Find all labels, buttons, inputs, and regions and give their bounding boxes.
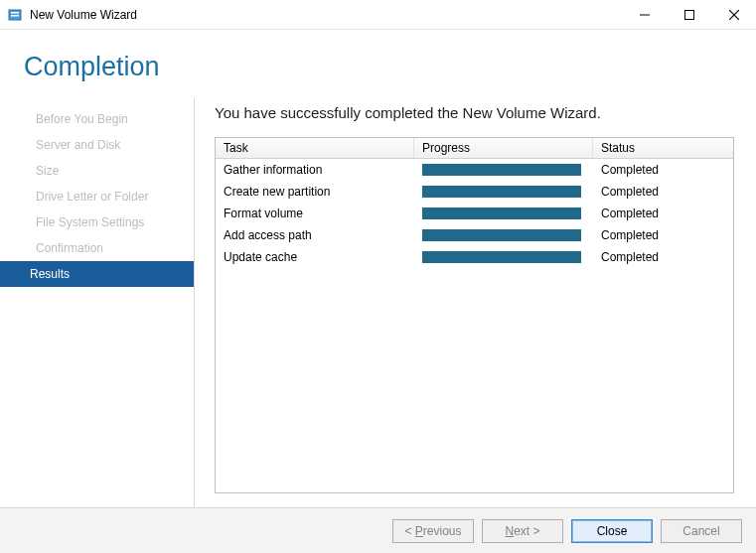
close-button[interactable]	[711, 0, 756, 29]
task-progress	[414, 226, 593, 244]
cancel-button[interactable]: Cancel	[661, 519, 742, 543]
progress-bar	[422, 164, 581, 176]
task-rows: Gather informationCompletedCreate new pa…	[216, 159, 733, 492]
completion-message: You have successfully completed the New …	[215, 104, 734, 121]
progress-bar	[422, 207, 581, 219]
wizard-step-results: Results	[0, 261, 194, 287]
previous-button: < Previous	[392, 519, 474, 543]
body-area: Before You BeginServer and DiskSizeDrive…	[0, 98, 756, 507]
task-status: Completed	[593, 205, 733, 222]
task-row[interactable]: Update cacheCompleted	[216, 246, 733, 268]
progress-bar	[422, 186, 581, 198]
wizard-step-confirmation: Confirmation	[0, 235, 194, 261]
previous-mnemonic: P	[415, 524, 423, 538]
titlebar: New Volume Wizard	[0, 0, 756, 30]
maximize-button[interactable]	[667, 0, 711, 29]
svg-rect-1	[11, 12, 19, 14]
task-row[interactable]: Gather informationCompleted	[216, 159, 733, 181]
page-heading: Completion	[0, 30, 756, 98]
minimize-button[interactable]	[622, 0, 667, 29]
previous-label-rest: revious	[423, 524, 462, 538]
task-progress	[414, 205, 593, 222]
task-name: Create new partition	[216, 183, 414, 201]
next-mnemonic: N	[505, 524, 514, 538]
task-name: Gather information	[216, 161, 414, 179]
task-progress	[414, 248, 593, 266]
wizard-step-drive-letter-or-folder: Drive Letter or Folder	[0, 184, 194, 209]
progress-bar	[422, 251, 581, 263]
svg-rect-2	[11, 15, 19, 17]
svg-rect-4	[684, 10, 693, 19]
task-row[interactable]: Create new partitionCompleted	[216, 181, 733, 203]
task-status: Completed	[593, 161, 733, 179]
wizard-step-server-and-disk: Server and Disk	[0, 132, 194, 158]
column-header-task[interactable]: Task	[216, 138, 414, 158]
task-table-header: Task Progress Status	[216, 138, 733, 159]
wizard-step-file-system-settings: File System Settings	[0, 209, 194, 235]
footer-buttons: < Previous Next > Close Cancel	[0, 507, 756, 553]
close-wizard-button[interactable]: Close	[571, 519, 653, 543]
task-name: Update cache	[216, 248, 414, 266]
wizard-icon	[8, 7, 24, 23]
task-row[interactable]: Add access pathCompleted	[216, 224, 733, 246]
window-controls	[622, 0, 756, 29]
column-header-progress[interactable]: Progress	[414, 138, 593, 158]
progress-bar	[422, 229, 581, 241]
wizard-step-size: Size	[0, 158, 194, 184]
task-status: Completed	[593, 226, 733, 244]
task-row[interactable]: Format volumeCompleted	[216, 203, 733, 224]
task-status: Completed	[593, 183, 733, 201]
column-header-status[interactable]: Status	[593, 138, 733, 158]
wizard-step-before-you-begin: Before You Begin	[0, 106, 194, 132]
next-button: Next >	[482, 519, 563, 543]
task-progress	[414, 183, 593, 201]
window-title: New Volume Wizard	[30, 8, 137, 22]
task-progress	[414, 161, 593, 179]
task-table: Task Progress Status Gather informationC…	[215, 137, 734, 493]
task-name: Format volume	[216, 205, 414, 222]
main-area: Completion Before You BeginServer and Di…	[0, 30, 756, 507]
task-status: Completed	[593, 248, 733, 266]
task-name: Add access path	[216, 226, 414, 244]
content-pane: You have successfully completed the New …	[195, 98, 756, 507]
wizard-steps-sidebar: Before You BeginServer and DiskSizeDrive…	[0, 98, 195, 507]
next-label-rest: ext >	[514, 524, 539, 538]
